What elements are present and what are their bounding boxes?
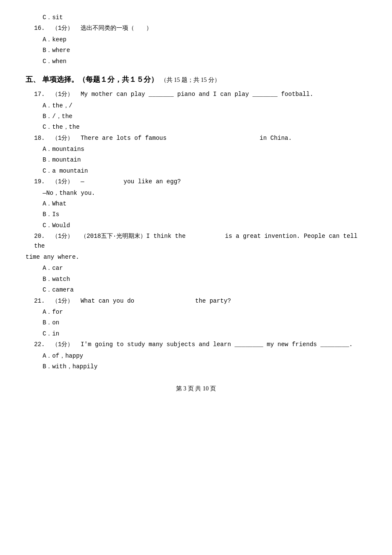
option-21-b: B．on	[26, 318, 366, 327]
section-5-header: 五、 单项选择。（每题１分，共１５分） （共 15 题；共 15 分）	[26, 74, 366, 85]
page-content: C．sit 16. （1分） 选出不同类的一项（ ） A．keep B．wher…	[26, 13, 366, 394]
section-5-subtitle: （共 15 题；共 15 分）	[161, 75, 220, 85]
question-17: 17. （1分） My mother can play _______ pian…	[26, 90, 366, 99]
question-19: 19. （1分） — you like an egg?	[26, 177, 366, 186]
option-22-a: A．of，happy	[26, 351, 366, 361]
option-20-a: A．car	[26, 263, 366, 273]
page-footer: 第 3 页 共 10 页	[26, 384, 366, 393]
option-20-b: B．watch	[26, 275, 366, 284]
option-19-response: —No，thank you.	[26, 188, 366, 198]
option-19-b: B．Is	[26, 210, 366, 219]
option-18-b: B．mountain	[26, 155, 366, 165]
question-20: 20. （1分） （2018五下·光明期末）I think the is a g…	[26, 231, 366, 251]
option-19-a: A．What	[26, 199, 366, 208]
option-16-a: A．keep	[26, 35, 366, 44]
option-17-a: A．the，/	[26, 101, 366, 110]
question-21: 21. （1分） What can you do the party?	[26, 296, 366, 306]
section-5-title: 五、 单项选择。（每题１分，共１５分）	[26, 74, 158, 85]
option-21-c: C．in	[26, 329, 366, 338]
option-18-a: A．mountains	[26, 145, 366, 154]
question-22: 22. （1分） I'm going to study many subject…	[26, 340, 366, 349]
option-18-c: C．a mountain	[26, 166, 366, 176]
question-18: 18. （1分） There are lots of famous in Chi…	[26, 133, 366, 143]
question-20-continuation: time any where.	[26, 252, 366, 262]
option-22-b: B．with，happily	[26, 362, 366, 371]
option-16-b: B．where	[26, 46, 366, 55]
option-20-c: C．camera	[26, 285, 366, 295]
option-c-sit: C．sit	[26, 13, 366, 22]
option-17-b: B．/，the	[26, 112, 366, 121]
option-21-a: A．for	[26, 307, 366, 317]
option-17-c: C．the，the	[26, 122, 366, 132]
question-16: 16. （1分） 选出不同类的一项（ ）	[26, 23, 366, 33]
option-19-c: C．Would	[26, 221, 366, 230]
option-16-c: C．when	[26, 57, 366, 66]
